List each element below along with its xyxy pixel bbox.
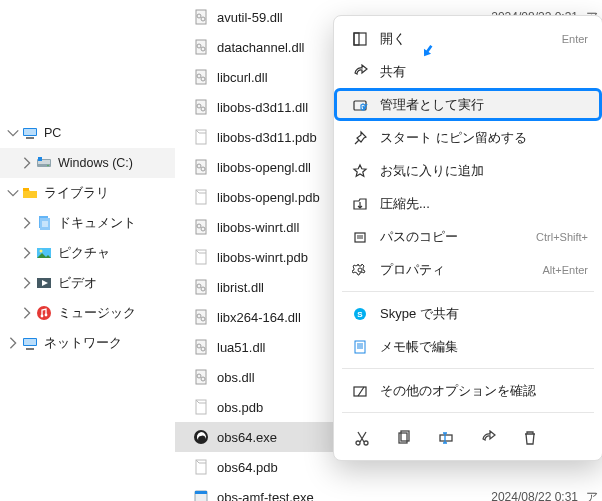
- context-menu: 開くEnter共有管理者として実行スタート にピン留めするお気に入りに追加圧縮先…: [333, 15, 602, 461]
- menu-item-label: メモ帳で編集: [372, 338, 588, 356]
- dll-icon: [191, 279, 211, 295]
- compress-icon: [348, 196, 372, 212]
- chevron-down-icon[interactable]: [6, 185, 20, 201]
- cut-icon[interactable]: [352, 428, 372, 448]
- menu-separator: [342, 291, 594, 292]
- obs-icon: [191, 429, 211, 445]
- exe-icon: [191, 489, 211, 501]
- menu-item-6[interactable]: パスのコピーCtrl+Shift+: [334, 220, 602, 253]
- folder-icon: [20, 185, 40, 201]
- svg-text:S: S: [357, 310, 363, 319]
- chevron-right-icon[interactable]: [20, 245, 34, 261]
- sidebar-item-6[interactable]: ミュージック: [0, 298, 175, 328]
- menu-item-0[interactable]: 開くEnter: [334, 22, 602, 55]
- navigation-pane: PCWindows (C:)ライブラリドキュメントピクチャビデオミュージックネッ…: [0, 0, 175, 501]
- svg-rect-64: [355, 341, 365, 353]
- network-icon: [20, 335, 40, 351]
- pdb-icon: [191, 189, 211, 205]
- menu-item-label: Skype で共有: [372, 305, 588, 323]
- chevron-right-icon[interactable]: [20, 305, 34, 321]
- dll-icon: [191, 219, 211, 235]
- svg-point-5: [47, 165, 49, 167]
- file-name: obs64.pdb: [211, 460, 602, 475]
- sidebar-item-5[interactable]: ビデオ: [0, 268, 175, 298]
- svg-rect-65: [354, 387, 366, 396]
- sidebar-item-0[interactable]: PC: [0, 118, 175, 148]
- svg-point-67: [364, 441, 368, 445]
- menu-item-4[interactable]: お気に入りに追加: [334, 154, 602, 187]
- menu-item-accelerator: Alt+Enter: [542, 264, 588, 276]
- sidebar-item-label: ネットワーク: [40, 335, 122, 352]
- menu-item-1[interactable]: 共有: [334, 55, 602, 88]
- svg-rect-56: [195, 491, 207, 494]
- sidebar-item-4[interactable]: ピクチャ: [0, 238, 175, 268]
- menu-separator: [342, 412, 594, 413]
- pdb-icon: [191, 459, 211, 475]
- svg-point-14: [37, 306, 51, 320]
- sidebar-item-label: ビデオ: [54, 275, 97, 292]
- sidebar-item-1[interactable]: Windows (C:): [0, 148, 175, 178]
- menu-item-label: 管理者として実行: [372, 96, 588, 114]
- svg-point-15: [41, 315, 44, 318]
- chevron-right-icon[interactable]: [20, 215, 34, 231]
- properties-icon: [348, 262, 372, 278]
- dll-icon: [191, 309, 211, 325]
- menu-item-label: 開く: [372, 30, 562, 48]
- share-action-icon[interactable]: [478, 428, 498, 448]
- sidebar-item-label: ピクチャ: [54, 245, 110, 262]
- file-type: ア: [586, 489, 602, 502]
- skype-icon: S: [348, 306, 372, 322]
- pdb-icon: [191, 249, 211, 265]
- menu-item-label: お気に入りに追加: [372, 162, 588, 180]
- sidebar-item-label: ミュージック: [54, 305, 136, 322]
- chevron-right-icon[interactable]: [20, 275, 34, 291]
- sidebar-item-3[interactable]: ドキュメント: [0, 208, 175, 238]
- delete-icon[interactable]: [520, 428, 540, 448]
- menu-item-2[interactable]: 管理者として実行: [334, 88, 602, 121]
- chevron-down-icon[interactable]: [6, 125, 20, 141]
- menu-item-5[interactable]: 圧縮先...: [334, 187, 602, 220]
- svg-point-11: [40, 250, 43, 253]
- open-icon: [348, 31, 372, 47]
- svg-rect-58: [354, 33, 359, 45]
- svg-point-66: [356, 441, 360, 445]
- menu-item-3[interactable]: スタート にピン留めする: [334, 121, 602, 154]
- file-name: obs-amf-test.exe: [211, 490, 471, 502]
- share-icon: [348, 64, 372, 80]
- menu-item-12[interactable]: その他のオプションを確認: [334, 374, 602, 407]
- sidebar-item-label: PC: [40, 126, 61, 140]
- sidebar-item-label: Windows (C:): [54, 156, 133, 170]
- svg-rect-7: [23, 188, 29, 191]
- menu-item-10[interactable]: メモ帳で編集: [334, 330, 602, 363]
- dll-icon: [191, 159, 211, 175]
- dll-icon: [191, 369, 211, 385]
- sidebar-item-2[interactable]: ライブラリ: [0, 178, 175, 208]
- sidebar-item-label: ドキュメント: [54, 215, 136, 232]
- menu-item-9[interactable]: SSkype で共有: [334, 297, 602, 330]
- menu-item-label: スタート にピン留めする: [372, 129, 588, 147]
- menu-item-label: 圧縮先...: [372, 195, 588, 213]
- favorite-icon: [348, 163, 372, 179]
- sidebar-item-7[interactable]: ネットワーク: [0, 328, 175, 358]
- chevron-right-icon[interactable]: [6, 335, 20, 351]
- pdb-icon: [191, 399, 211, 415]
- svg-rect-2: [26, 137, 34, 139]
- drive-icon: [34, 155, 54, 171]
- rename-icon[interactable]: [436, 428, 456, 448]
- svg-rect-1: [24, 129, 36, 135]
- menu-item-accelerator: Enter: [562, 33, 588, 45]
- svg-rect-57: [354, 33, 366, 45]
- copy-icon[interactable]: [394, 428, 414, 448]
- chevron-right-icon[interactable]: [20, 155, 34, 171]
- svg-point-61: [358, 268, 362, 272]
- menu-item-label: 共有: [372, 63, 588, 81]
- menu-item-7[interactable]: プロパティAlt+Enter: [334, 253, 602, 286]
- menu-item-label: プロパティ: [372, 261, 542, 279]
- svg-rect-6: [38, 157, 42, 161]
- dll-icon: [191, 9, 211, 25]
- file-row[interactable]: obs-amf-test.exe2024/08/22 0:31ア: [175, 482, 602, 501]
- svg-point-16: [45, 314, 48, 317]
- copypath-icon: [348, 229, 372, 245]
- notepad-icon: [348, 339, 372, 355]
- pin-icon: [348, 130, 372, 146]
